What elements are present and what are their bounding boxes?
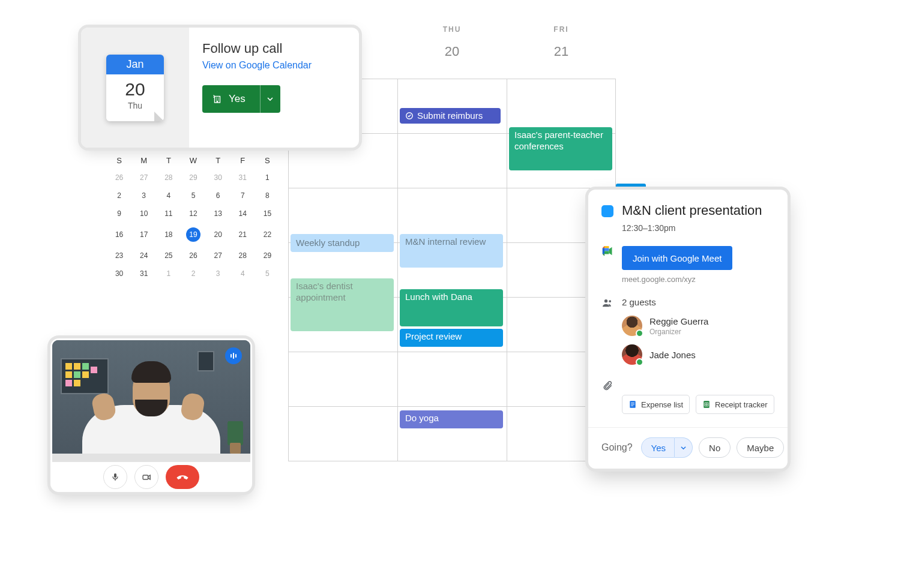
mini-day-cell[interactable]: 22 (255, 223, 280, 247)
rsvp-yes-dropdown[interactable] (675, 437, 693, 458)
mini-day-cell[interactable]: 25 (156, 247, 181, 265)
sheets-icon (702, 400, 711, 409)
event-title: Do yoga (405, 413, 439, 423)
mini-day-cell[interactable]: 31 (230, 169, 255, 187)
event-detail-title: M&N client presentation (622, 203, 762, 218)
mini-day-cell[interactable]: 15 (255, 205, 280, 223)
event-parent-teacher[interactable]: Isaac's parent-teacher conferences (509, 127, 612, 170)
dow-label: FRI (507, 25, 616, 34)
svg-rect-11 (631, 404, 634, 405)
avatar (622, 344, 642, 365)
mini-day-cell[interactable]: 30 (107, 265, 131, 283)
guest-role: Organizer (649, 328, 708, 336)
event-title: M&N internal review (405, 236, 486, 247)
date-label: 21 (548, 38, 574, 65)
google-meet-card (50, 338, 252, 492)
mini-day-cell[interactable]: 27 (206, 247, 230, 265)
mini-day-cell[interactable]: 26 (181, 247, 205, 265)
mini-day-cell[interactable]: 21 (230, 223, 255, 247)
rsvp-yes-label: Yes (229, 93, 246, 105)
google-meet-icon (601, 246, 613, 256)
rsvp-yes-button[interactable]: Yes (202, 85, 260, 113)
event-weekly-standup[interactable]: Weekly standup (291, 234, 394, 252)
meet-video-tile[interactable] (52, 340, 250, 462)
week-day-thu[interactable]: THU 20 (397, 25, 507, 79)
svg-rect-4 (235, 354, 237, 358)
mini-day-cell[interactable]: 27 (131, 169, 156, 187)
event-do-yoga[interactable]: Do yoga (400, 410, 503, 428)
mini-day-cell[interactable]: 26 (107, 169, 131, 187)
event-lunch[interactable]: Lunch with Dana (400, 289, 503, 326)
rsvp-dropdown-button[interactable] (260, 85, 280, 113)
mini-day-cell[interactable]: 7 (230, 187, 255, 205)
mini-day-cell[interactable]: 31 (131, 265, 156, 283)
mini-day-cell[interactable]: 2 (107, 187, 131, 205)
event-internal-review[interactable]: M&N internal review (400, 234, 503, 268)
mini-day-cell[interactable]: 19 (181, 223, 205, 247)
event-title: Submit reimburs (417, 110, 483, 122)
svg-rect-6 (143, 475, 148, 479)
attachment-receipt-tracker[interactable]: Receipt tracker (696, 395, 774, 414)
docs-icon (628, 400, 637, 409)
tearoff-month: Jan (106, 55, 164, 74)
event-detail-card: M&N client presentation 12:30–1:30pm Joi… (588, 190, 788, 469)
mini-day-cell[interactable]: 3 (131, 187, 156, 205)
guest-row[interactable]: Jade Jones (622, 344, 774, 365)
mute-mic-button[interactable] (103, 465, 127, 489)
mini-day-cell[interactable]: 29 (255, 247, 280, 265)
mini-dow-label: T (206, 152, 230, 169)
svg-rect-1 (215, 97, 220, 103)
rsvp-maybe-button[interactable]: Maybe (737, 437, 784, 458)
mini-day-cell[interactable]: 4 (156, 187, 181, 205)
mini-day-cell[interactable]: 10 (131, 205, 156, 223)
toggle-camera-button[interactable] (134, 465, 158, 489)
mini-day-cell[interactable]: 3 (206, 265, 230, 283)
followup-date-panel: Jan 20 Thu (81, 28, 189, 148)
attachment-expense-list[interactable]: Expense list (622, 395, 690, 414)
tearoff-day-name: Thu (106, 101, 164, 110)
guest-row[interactable]: Reggie Guerra Organizer (622, 316, 774, 336)
join-google-meet-button[interactable]: Join with Google Meet (622, 246, 732, 270)
mini-day-cell[interactable]: 29 (181, 169, 205, 187)
rsvp-no-button[interactable]: No (699, 437, 731, 458)
mini-day-cell[interactable]: 28 (156, 169, 181, 187)
video-participant (52, 340, 250, 462)
event-title: Isaac's dentist appointment (296, 281, 353, 302)
event-title: Isaac's parent-teacher conferences (514, 130, 603, 151)
mini-day-cell[interactable]: 23 (107, 247, 131, 265)
mini-day-cell[interactable]: 13 (206, 205, 230, 223)
mic-icon (110, 472, 120, 482)
attachment-label: Expense list (641, 400, 683, 409)
mini-day-cell[interactable]: 16 (107, 223, 131, 247)
followup-card: Jan 20 Thu Follow up call View on Google… (81, 28, 359, 148)
attachment-icon (602, 380, 613, 391)
mini-day-cell[interactable]: 1 (156, 265, 181, 283)
week-day-fri[interactable]: FRI 21 (507, 25, 616, 79)
mini-day-cell[interactable]: 8 (255, 187, 280, 205)
end-call-button[interactable] (166, 465, 199, 489)
rsvp-yes-button[interactable]: Yes (641, 437, 675, 458)
mini-day-cell[interactable]: 12 (181, 205, 205, 223)
mini-day-cell[interactable]: 14 (230, 205, 255, 223)
mini-day-cell[interactable]: 17 (131, 223, 156, 247)
mini-day-cell[interactable]: 18 (156, 223, 181, 247)
event-project-review[interactable]: Project review (400, 329, 503, 347)
event-submit-reimburs[interactable]: Submit reimburs (400, 108, 501, 124)
mini-day-cell[interactable]: 4 (230, 265, 255, 283)
mini-day-cell[interactable]: 20 (206, 223, 230, 247)
mini-day-cell[interactable]: 5 (181, 187, 205, 205)
mini-day-cell[interactable]: 11 (156, 205, 181, 223)
mini-day-cell[interactable]: 6 (206, 187, 230, 205)
camera-icon (142, 472, 152, 482)
event-dentist[interactable]: Isaac's dentist appointment (291, 278, 394, 331)
mini-day-cell[interactable]: 2 (181, 265, 205, 283)
mini-day-cell[interactable]: 30 (206, 169, 230, 187)
mini-day-cell[interactable]: 24 (131, 247, 156, 265)
view-on-google-calendar-link[interactable]: View on Google Calendar (202, 60, 346, 71)
mini-day-cell[interactable]: 9 (107, 205, 131, 223)
mini-day-cell[interactable]: 5 (255, 265, 280, 283)
meet-url: meet.google.com/xyz (622, 275, 774, 284)
mini-day-cell[interactable]: 28 (230, 247, 255, 265)
mini-dow-label: F (230, 152, 255, 169)
mini-day-cell[interactable]: 1 (255, 169, 280, 187)
